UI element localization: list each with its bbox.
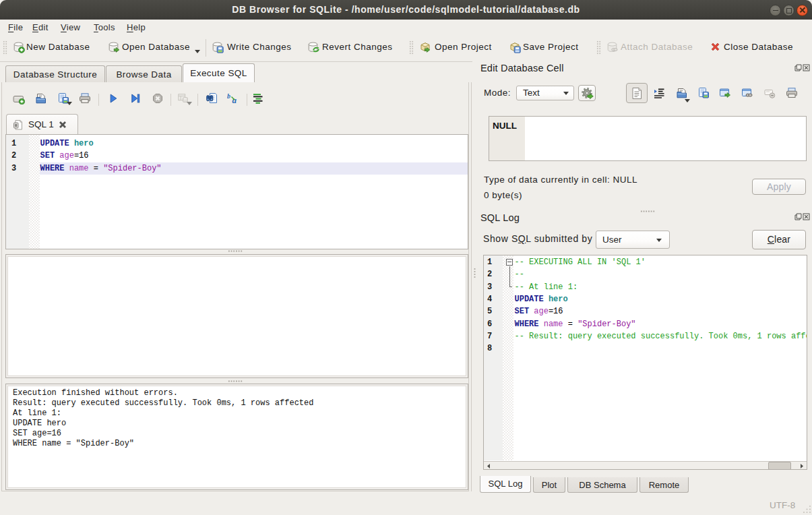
svg-text:b: b [227, 92, 230, 100]
